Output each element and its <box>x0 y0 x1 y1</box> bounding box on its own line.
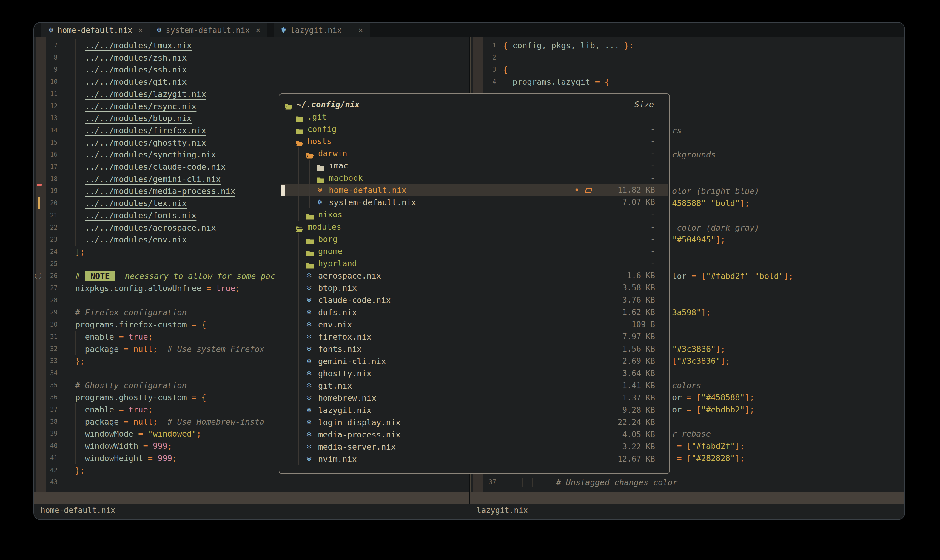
code-text: ../../modules/ssh.nix <box>75 63 187 76</box>
code-token: ../../modules/tex.nix <box>85 198 187 208</box>
tree-item-env.nix[interactable]: ❄env.nix109 B <box>281 318 668 331</box>
tree-item-media-server.nix[interactable]: ❄media-server.nix3.22 KB <box>281 441 668 453</box>
tree-item-fonts.nix[interactable]: ❄fonts.nix1.56 KB <box>281 343 668 355</box>
tree-item-size: 4.05 KB <box>577 429 655 441</box>
code-token: = { <box>590 77 610 86</box>
size-column-header: Size <box>634 98 654 111</box>
tree-item-nvim.nix[interactable]: ❄nvim.nix12.67 KB <box>281 453 668 465</box>
tree-item-size: - <box>577 147 655 160</box>
code-token: package <box>85 345 119 354</box>
tree-item-hyprland[interactable]: hyprland- <box>281 257 668 269</box>
tree-item-size: 7.97 KB <box>577 331 655 343</box>
code-token: null <box>133 417 153 426</box>
code-line-10[interactable]: 10../../modules/git.nix <box>34 76 469 88</box>
code-token: ../../modules/ghostty.nix <box>85 138 206 147</box>
code-token: rs <box>672 126 682 135</box>
tree-item-name: dufs.nix <box>318 306 357 318</box>
tree-item-darwin[interactable]: darwin- <box>281 147 668 160</box>
nix-file-icon: ❄ <box>306 269 312 282</box>
code-token: "#458588" <box>701 393 745 402</box>
code-token: # <box>75 271 85 281</box>
tree-item-gnome[interactable]: gnome- <box>281 245 668 257</box>
tree-item-borg[interactable]: borg- <box>281 233 668 245</box>
nix-file-icon: ❄ <box>306 331 312 343</box>
code-line-7[interactable]: 7../../modules/tmux.nix <box>34 39 469 52</box>
code-text: ../../modules/tex.nix <box>75 197 187 209</box>
tree-item-aerospace.nix[interactable]: ❄aerospace.nix1.6 KB <box>281 269 668 282</box>
code-line-8[interactable]: 8../../modules/zsh.nix <box>34 52 469 64</box>
tree-item-macbook[interactable]: macbook- <box>281 172 668 184</box>
nix-file-icon: ❄ <box>306 416 312 429</box>
code-token: or <box>672 393 682 402</box>
tree-item-hosts[interactable]: hosts- <box>281 135 668 147</box>
tree-item-ghostty.nix[interactable]: ❄ghostty.nix3.64 KB <box>281 368 668 380</box>
tree-item-git.nix[interactable]: ❄git.nix1.41 KB <box>281 380 668 392</box>
nix-icon: ❄ <box>48 26 54 34</box>
code-token: enable <box>85 332 114 342</box>
line-number: 18 <box>40 173 58 185</box>
tab-home-default.nix[interactable]: ❄home-default.nix× <box>42 23 150 37</box>
nix-file-icon: ❄ <box>306 441 312 453</box>
tab-close-icon[interactable]: × <box>139 26 143 35</box>
tree-item-imac[interactable]: imac- <box>281 160 668 172</box>
tree-item-nixos[interactable]: nixos- <box>281 208 668 221</box>
code-token: "#3c3836" <box>672 345 716 354</box>
tree-item-btop.nix[interactable]: ❄btop.nix3.58 KB <box>281 282 668 294</box>
tab-system-default.nix[interactable]: ❄system-default.nix× <box>150 23 267 37</box>
line-number: 43 <box>40 476 58 488</box>
code-line-9[interactable]: 9../../modules/ssh.nix <box>34 63 469 76</box>
code-token: ; <box>153 417 157 426</box>
tree-item-modules[interactable]: modules- <box>281 221 668 233</box>
code-line-2[interactable]: 2 <box>471 52 904 64</box>
code-text: ../../modules/gemini-cli.nix <box>75 173 221 185</box>
tree-item-name: system-default.nix <box>329 196 416 208</box>
tree-item-gemini-cli.nix[interactable]: ❄gemini-cli.nix2.69 KB <box>281 355 668 368</box>
tab-lazygit.nix[interactable]: ❄lazygit.nix× <box>274 23 370 37</box>
tree-item-size: 109 B <box>577 318 655 331</box>
tree-item-dufs.nix[interactable]: ❄dufs.nix1.62 KB <box>281 306 668 318</box>
code-text: nixpkgs.config.allowUnfree = true; <box>75 282 240 294</box>
code-token: ; <box>167 441 172 451</box>
code-text: ../../modules/media-process.nix <box>75 185 235 197</box>
line-number: 13 <box>40 112 58 125</box>
code-fragment: "#3c3836"]; <box>672 343 725 355</box>
tree-item-.git[interactable]: .git- <box>281 111 668 123</box>
code-token: = <box>119 417 133 426</box>
neotree-root-path: ~/.config/nix <box>296 98 360 111</box>
tree-item-home-default.nix[interactable]: ❄home-default.nix•11.82 KB <box>281 184 668 196</box>
indent-guide <box>522 478 523 487</box>
tree-item-login-display.nix[interactable]: ❄login-display.nix22.24 KB <box>281 416 668 429</box>
tree-item-config[interactable]: config- <box>281 123 668 135</box>
tree-item-homebrew.nix[interactable]: ❄homebrew.nix1.37 KB <box>281 392 668 404</box>
code-token: color (dark gray) <box>672 223 759 232</box>
code-token: ]; <box>735 441 745 451</box>
tab-close-icon[interactable]: × <box>358 26 363 35</box>
code-token: # Use Homebrew-insta <box>157 417 264 426</box>
code-line-4[interactable]: 4programs.lazygit = { <box>471 76 904 88</box>
command-line[interactable]: :Neotree toggle reveal 8,1 Top <box>34 504 904 520</box>
code-line-43[interactable]: 43 <box>34 476 469 488</box>
nix-file-icon: ❄ <box>306 392 312 404</box>
tree-item-media-process.nix[interactable]: ❄media-process.nix4.05 KB <box>281 429 668 441</box>
tree-item-firefox.nix[interactable]: ❄firefox.nix7.97 KB <box>281 331 668 343</box>
tree-item-system-default.nix[interactable]: ❄system-default.nix7.07 KB <box>281 196 668 208</box>
code-text: programs.firefox-custom = { <box>75 318 206 331</box>
code-line-1[interactable]: 1{ config, pkgs, lib, ... }: <box>471 39 904 52</box>
code-line-37[interactable]: 37# Unstagged changes color <box>471 476 904 488</box>
code-line-3[interactable]: 3{ <box>471 63 904 76</box>
tree-item-claude-code.nix[interactable]: ❄claude-code.nix3.76 KB <box>281 294 668 306</box>
code-token: = [ <box>672 441 691 451</box>
line-number: 22 <box>40 222 58 234</box>
tab-close-icon[interactable]: × <box>256 26 261 35</box>
tree-item-name: hosts <box>307 135 332 147</box>
code-token: ]; <box>745 393 755 402</box>
tree-item-lazygit.nix[interactable]: ❄lazygit.nix9.28 KB <box>281 404 668 416</box>
code-fragment: lor = ["#fabd2f" "bold"]; <box>672 270 793 282</box>
code-token: ]; <box>716 235 725 244</box>
code-token: = [ <box>682 405 701 414</box>
tree-item-name: media-server.nix <box>318 441 396 453</box>
tree-item-name: ghostty.nix <box>318 368 372 380</box>
tree-item-size: 2.69 KB <box>577 355 655 368</box>
code-token: ]; <box>75 247 85 257</box>
line-number: 32 <box>40 343 58 355</box>
